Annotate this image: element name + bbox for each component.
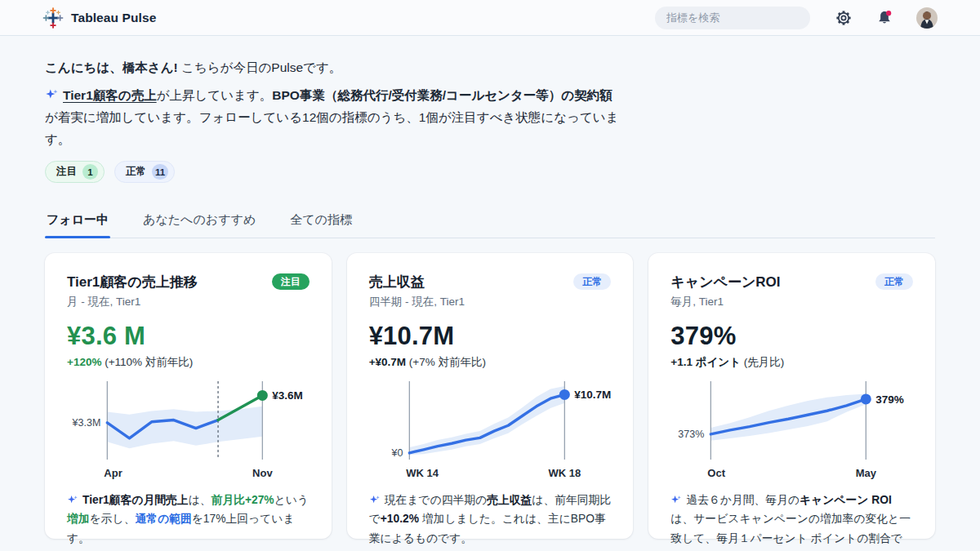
main-content: こんにちは、橋本さん! こちらが今日のPulseです。 Tier1顧客の売上が上… bbox=[0, 60, 980, 551]
svg-text:¥10.7M: ¥10.7M bbox=[574, 389, 611, 402]
notification-dot bbox=[886, 11, 891, 16]
metric-card-title: Tier1顧客の売上推移 bbox=[67, 273, 198, 291]
tableau-logo-icon bbox=[42, 7, 64, 29]
metric-sparkline-chart: ¥0¥10.7MWK 14WK 18 bbox=[369, 378, 612, 482]
ai-sparkle-icon bbox=[45, 87, 59, 101]
filter-normal-label: 正常 bbox=[126, 165, 146, 179]
greeting: こんにちは、橋本さん! こちらが今日のPulseです。 bbox=[45, 60, 935, 77]
insight-summary: Tier1顧客の売上が上昇しています。BPO事業（総務代行/受付業務/コールセン… bbox=[45, 84, 623, 150]
svg-text:379%: 379% bbox=[876, 393, 905, 406]
metric-card-subtitle: 毎月, Tier1 bbox=[670, 295, 913, 309]
metric-card-tier1-sales[interactable]: Tier1顧客の売上推移 注目 月 - 現在, Tier1 ¥3.6 M +12… bbox=[45, 253, 332, 539]
svg-text:¥3.6M: ¥3.6M bbox=[272, 390, 303, 402]
metric-card-subtitle: 四半期 - 現在, Tier1 bbox=[369, 295, 612, 309]
metric-cards-row: Tier1顧客の売上推移 注目 月 - 現在, Tier1 ¥3.6 M +12… bbox=[45, 253, 935, 539]
metric-value: 379% bbox=[670, 322, 913, 351]
metric-insight: 過去６か月間、毎月のキャンペーン ROI は、サービスキャンペーンの増加率の変化… bbox=[670, 491, 913, 551]
app-title: Tableau Pulse bbox=[71, 11, 156, 25]
search-input[interactable] bbox=[666, 11, 810, 24]
avatar-image bbox=[916, 7, 938, 29]
gear-icon bbox=[835, 9, 853, 27]
ai-sparkle-icon bbox=[369, 494, 381, 505]
summary-metric-link[interactable]: Tier1顧客の売上 bbox=[63, 88, 157, 102]
metric-change: +120% bbox=[67, 356, 101, 368]
metric-value: ¥3.6 M bbox=[67, 322, 310, 351]
greeting-rest: こちらが今日のPulseです。 bbox=[178, 60, 342, 74]
svg-text:May: May bbox=[856, 467, 877, 479]
metric-card-title: 売上収益 bbox=[369, 273, 425, 291]
metric-card-title: キャンペーンROI bbox=[670, 273, 780, 291]
svg-text:WK 18: WK 18 bbox=[548, 467, 581, 479]
search-box[interactable] bbox=[655, 7, 810, 29]
bell-icon bbox=[875, 9, 893, 27]
metric-card-subtitle: 月 - 現在, Tier1 bbox=[67, 295, 310, 309]
svg-text:Oct: Oct bbox=[708, 467, 726, 479]
metric-change: +¥0.7M bbox=[369, 356, 406, 368]
filter-attention[interactable]: 注目 1 bbox=[45, 161, 105, 183]
metric-card-revenue[interactable]: 売上収益 正常 四半期 - 現在, Tier1 ¥10.7M +¥0.7M (+… bbox=[347, 253, 634, 539]
tab-recommended[interactable]: あなたへのおすすめ bbox=[141, 207, 257, 238]
status-badge: 正常 bbox=[875, 273, 913, 290]
metric-insight: 現在までの四半期の売上収益は、前年同期比で+10.2% 増加しました。これは、主… bbox=[369, 491, 612, 548]
metric-change-context: (先月比) bbox=[741, 356, 784, 368]
filter-normal[interactable]: 正常 11 bbox=[114, 161, 175, 183]
filter-normal-count: 11 bbox=[152, 164, 168, 180]
ai-sparkle-icon bbox=[670, 494, 682, 505]
settings-button[interactable] bbox=[835, 9, 853, 27]
metric-change-row: +120% (+110% 対前年比) bbox=[67, 355, 310, 370]
metric-change-context: (+110% 対前年比) bbox=[101, 356, 193, 368]
metric-value: ¥10.7M bbox=[369, 322, 612, 351]
status-filter-row: 注目 1 正常 11 bbox=[45, 161, 935, 183]
svg-text:WK 14: WK 14 bbox=[406, 467, 439, 479]
ai-sparkle-icon bbox=[67, 494, 78, 505]
tab-bar: フォロー中 あなたへのおすすめ 全ての指標 bbox=[45, 207, 935, 238]
svg-text:Nov: Nov bbox=[252, 467, 273, 479]
metric-insight: Tier1顧客の月間売上は、前月比+27%という増加を示し、通常の範囲を17%上… bbox=[67, 491, 310, 548]
status-badge: 正常 bbox=[573, 273, 611, 290]
svg-text:¥0: ¥0 bbox=[390, 448, 403, 460]
svg-text:373%: 373% bbox=[679, 429, 705, 441]
tab-following[interactable]: フォロー中 bbox=[45, 207, 110, 238]
metric-sparkline-chart: ¥3.3M¥3.6MAprNov bbox=[67, 378, 310, 482]
greeting-name: こんにちは、橋本さん! bbox=[45, 60, 178, 74]
app-header: Tableau Pulse bbox=[0, 0, 980, 36]
metric-change-context: (+7% 対前年比) bbox=[406, 356, 486, 368]
filter-attention-count: 1 bbox=[82, 164, 98, 180]
filter-attention-label: 注目 bbox=[56, 165, 77, 179]
metric-change: +1.1 ポイント bbox=[670, 356, 741, 368]
notifications-button[interactable] bbox=[875, 9, 893, 27]
metric-card-campaign-roi[interactable]: キャンペーンROI 正常 毎月, Tier1 379% +1.1 ポイント (先… bbox=[648, 253, 935, 539]
svg-text:Apr: Apr bbox=[104, 467, 122, 479]
metric-change-row: +1.1 ポイント (先月比) bbox=[670, 355, 913, 370]
metric-sparkline-chart: 373%379%OctMay bbox=[670, 378, 913, 482]
status-badge: 注目 bbox=[272, 273, 310, 290]
app-logo[interactable]: Tableau Pulse bbox=[42, 7, 156, 29]
tab-all-metrics[interactable]: 全ての指標 bbox=[288, 207, 354, 238]
user-avatar[interactable] bbox=[916, 7, 938, 29]
metric-change-row: +¥0.7M (+7% 対前年比) bbox=[369, 355, 612, 370]
svg-text:¥3.3M: ¥3.3M bbox=[72, 418, 101, 429]
